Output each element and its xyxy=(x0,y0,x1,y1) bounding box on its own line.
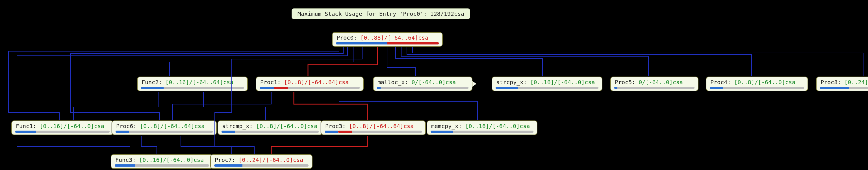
node-proc1[interactable]: Proc1: [0..8]/[-64..64]csa xyxy=(256,77,364,91)
node-label: Proc6 xyxy=(116,123,133,129)
node-label: malloc_x xyxy=(377,79,405,86)
node-range: [0..16] xyxy=(165,79,189,86)
usage-bar xyxy=(15,131,110,133)
node-proc3[interactable]: Proc3: [0..8]/[-64..64]csa xyxy=(321,121,426,135)
node-label: Func3 xyxy=(115,157,132,163)
node-func1[interactable]: Func1: [0..16]/[-64..0]csa xyxy=(11,121,114,135)
node-func2[interactable]: Func2: [0..16]/[-64..64]csa xyxy=(137,77,248,91)
title-value: 128/192csa xyxy=(430,10,464,17)
usage-bar xyxy=(377,87,468,89)
node-csa: [-64..0]csa xyxy=(645,79,683,86)
node-range: [0..8] xyxy=(284,79,304,86)
node-proc8[interactable]: Proc8: [0..24]/[-64..0]csa xyxy=(816,77,868,91)
diagram-title: Maximum Stack Usage for Entry 'Proc0': 1… xyxy=(291,8,470,19)
node-range: [0..16] xyxy=(530,79,554,86)
node-mallocx[interactable]: malloc_x: 0/[-64..0]csa xyxy=(373,77,472,91)
node-range: 0 xyxy=(411,79,415,86)
node-range: [0..16] xyxy=(39,123,63,129)
usage-bar xyxy=(820,87,868,89)
node-range: [0..8] xyxy=(140,123,160,129)
usage-bar xyxy=(115,164,209,167)
usage-bar xyxy=(116,131,213,133)
usage-bar xyxy=(324,131,422,133)
node-range: [0..16] xyxy=(139,157,163,163)
usage-bar xyxy=(710,87,804,89)
node-proc0[interactable]: Proc0: [0..88]/[-64..64]csa xyxy=(332,32,443,47)
node-strcpyx[interactable]: strcpy_x: [0..16]/[-64..0]csa xyxy=(492,77,602,91)
node-range: [0..8] xyxy=(349,123,369,129)
usage-bar xyxy=(431,131,533,133)
node-proc5[interactable]: Proc5: 0/[-64..0]csa xyxy=(610,77,699,91)
usage-bar xyxy=(260,87,360,89)
expand-icon[interactable] xyxy=(420,125,424,131)
node-csa: [-64..64]csa xyxy=(164,123,205,129)
node-range: [0..24] xyxy=(239,157,262,163)
node-range: 0 xyxy=(639,79,642,86)
node-label: Proc0 xyxy=(337,34,353,41)
node-csa: [-64..0]csa xyxy=(67,123,104,129)
node-csa: [-64..0]csa xyxy=(557,79,595,86)
node-label: strcmp_x xyxy=(222,123,249,129)
node-proc7[interactable]: Proc7: [0..24]/[-64..0]csa xyxy=(210,154,312,169)
node-func3[interactable]: Func3: [0..16]/[-64..0]csa xyxy=(111,154,213,169)
node-strcmpx[interactable]: strcmp_x: [0..8]/[-64..0]csa xyxy=(218,121,323,135)
node-csa: [-64..0]csa xyxy=(758,79,795,86)
expand-icon[interactable] xyxy=(472,81,476,87)
node-csa: [-64..64]csa xyxy=(388,34,429,41)
node-range: [0..16] xyxy=(465,123,489,129)
node-csa: [-64..64]csa xyxy=(193,79,234,86)
node-range: [0..8] xyxy=(256,123,276,129)
usage-bar xyxy=(214,164,309,167)
node-label: Proc3 xyxy=(325,123,342,129)
usage-bar xyxy=(614,87,694,89)
node-csa: [-64..0]csa xyxy=(418,79,456,86)
node-csa: [-64..0]csa xyxy=(493,123,530,129)
node-csa: [-64..0]csa xyxy=(166,157,204,163)
node-label: Proc1 xyxy=(260,79,277,86)
expand-icon[interactable] xyxy=(211,125,215,131)
node-range: [0..88] xyxy=(360,34,384,41)
node-memcpyx[interactable]: memcpy_x: [0..16]/[-64..0]csa xyxy=(427,121,537,135)
node-label: Proc7 xyxy=(215,157,232,163)
usage-bar xyxy=(496,87,598,89)
node-label: strcpy_x xyxy=(496,79,523,86)
node-csa: [-64..0]csa xyxy=(280,123,317,129)
node-proc6[interactable]: Proc6: [0..8]/[-64..64]csa xyxy=(112,121,217,135)
node-range: [0..8] xyxy=(734,79,754,86)
node-label: memcpy_x xyxy=(431,123,458,129)
node-label: Func2 xyxy=(142,79,158,86)
usage-bar xyxy=(336,42,439,44)
node-csa: [-64..0]csa xyxy=(266,157,303,163)
node-label: Proc8 xyxy=(820,79,837,86)
node-proc4[interactable]: Proc4: [0..8]/[-64..0]csa xyxy=(706,77,808,91)
usage-bar xyxy=(141,87,244,89)
node-range: [0..24] xyxy=(844,79,868,86)
node-label: Proc5 xyxy=(615,79,632,86)
node-label: Func1 xyxy=(16,123,33,129)
title-prefix: Maximum Stack Usage for Entry 'Proc0': xyxy=(298,10,430,17)
node-label: Proc4 xyxy=(710,79,727,86)
node-csa: [-64..64]csa xyxy=(308,79,349,86)
node-csa: [-64..64]csa xyxy=(373,123,414,129)
usage-bar xyxy=(221,131,319,133)
